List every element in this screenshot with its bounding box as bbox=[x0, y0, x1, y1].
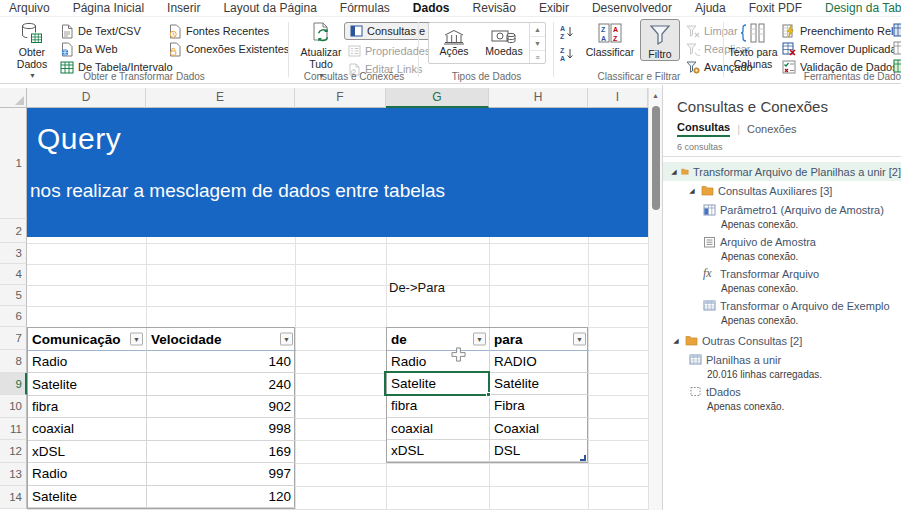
scroll-up-button[interactable]: ▲ bbox=[649, 88, 662, 104]
from-web-button[interactable]: Da Web bbox=[60, 40, 118, 58]
table-cell[interactable]: Radio bbox=[387, 351, 490, 373]
sort-az-button[interactable]: AZ bbox=[559, 23, 575, 41]
query-item[interactable]: Parâmetro1 (Arquivo de Amostra) Apenas c… bbox=[663, 200, 901, 232]
tab-foxit-pdf[interactable]: Foxit PDF bbox=[748, 1, 803, 17]
table-cell[interactable]: coaxial bbox=[28, 418, 147, 440]
table-cell[interactable]: RADIO bbox=[490, 351, 589, 373]
column-header-i[interactable]: I bbox=[588, 88, 648, 108]
tab-revisao[interactable]: Revisão bbox=[472, 1, 517, 17]
table-cell[interactable]: 902 bbox=[147, 396, 296, 418]
table-cell[interactable]: Coaxial bbox=[490, 418, 589, 440]
row-header-12[interactable]: 12 bbox=[0, 440, 27, 463]
table-cell[interactable]: Satélite bbox=[490, 373, 589, 395]
expander-icon[interactable]: ◢ bbox=[687, 187, 697, 195]
table-cell[interactable]: Fibra bbox=[490, 395, 589, 417]
query-item[interactable]: Arquivo de Amostra Apenas conexão. bbox=[663, 232, 901, 264]
table2-header-de[interactable]: de ▼ bbox=[387, 328, 490, 351]
flash-fill-button[interactable]: Preenchimento Relâmpago bbox=[782, 22, 901, 40]
query-item[interactable]: fx Transformar Arquivo Apenas conexão. bbox=[663, 264, 901, 296]
table1-header-comunicacao[interactable]: Comunicação ▼ bbox=[28, 328, 147, 351]
stocks-data-type[interactable]: Ações bbox=[429, 23, 479, 63]
filter-dropdown-icon[interactable]: ▼ bbox=[130, 333, 143, 346]
table-cell[interactable]: 169 bbox=[147, 441, 296, 463]
scrollbar-thumb[interactable] bbox=[652, 106, 660, 210]
filter-dropdown-icon[interactable]: ▼ bbox=[473, 333, 486, 346]
row-header-13[interactable]: 13 bbox=[0, 463, 27, 486]
table-cell[interactable]: 140 bbox=[147, 351, 296, 373]
table-cell[interactable]: 998 bbox=[147, 418, 296, 440]
currencies-data-type[interactable]: Moedas bbox=[479, 23, 529, 63]
tab-pagina-inicial[interactable]: Página Inicial bbox=[72, 1, 145, 17]
table-resize-handle[interactable] bbox=[580, 455, 586, 461]
column-header-h[interactable]: H bbox=[489, 88, 588, 108]
filter-button[interactable]: Filtro bbox=[640, 19, 680, 61]
tab-layout-da-pagina[interactable]: Layout da Página bbox=[222, 1, 317, 17]
table-cell[interactable]: xDSL bbox=[28, 441, 147, 463]
row-header-10[interactable]: 10 bbox=[0, 395, 27, 418]
recent-sources-button[interactable]: Fontes Recentes bbox=[168, 22, 269, 40]
row-header-11[interactable]: 11 bbox=[0, 418, 27, 440]
svg-text:A: A bbox=[601, 35, 606, 42]
tab-design-da-tabela[interactable]: Design da Tabela bbox=[824, 1, 901, 17]
table-cell[interactable]: 120 bbox=[147, 486, 296, 508]
sort-button[interactable]: ZAAZ Classificar bbox=[582, 20, 638, 58]
from-text-csv-button[interactable]: De Text/CSV bbox=[60, 22, 141, 40]
row-header-5[interactable]: 5 bbox=[0, 285, 27, 306]
sort-za-button[interactable]: ZA bbox=[559, 45, 575, 63]
table-cell[interactable]: Radio bbox=[28, 351, 147, 373]
row-header-6[interactable]: 6 bbox=[0, 306, 27, 327]
select-all-corner[interactable] bbox=[0, 88, 27, 108]
column-header-g[interactable]: G bbox=[386, 88, 489, 108]
query-item[interactable]: Transformar o Arquivo de Exemplo Apenas … bbox=[663, 296, 901, 328]
gallery-down-button[interactable]: ▼ bbox=[530, 37, 545, 51]
expander-icon[interactable]: ◢ bbox=[671, 337, 681, 345]
table-cell[interactable]: 997 bbox=[147, 463, 296, 485]
row-header-14[interactable]: 14 bbox=[0, 486, 27, 509]
tab-exibir[interactable]: Exibir bbox=[538, 1, 570, 17]
table-cell[interactable]: Satelite bbox=[28, 486, 147, 508]
existing-connections-button[interactable]: Conexões Existentes bbox=[168, 40, 289, 58]
table-cell[interactable]: Radio bbox=[28, 463, 147, 485]
table-cell[interactable]: fibra bbox=[387, 395, 490, 417]
query-group-item[interactable]: ◢ Transformar Arquivo de Planilhas a uni… bbox=[663, 162, 901, 181]
row-header-3[interactable]: 3 bbox=[0, 243, 27, 264]
query-item[interactable]: Planilhas a unir 20.016 linhas carregada… bbox=[663, 350, 901, 382]
filter-dropdown-icon[interactable]: ▼ bbox=[280, 333, 293, 346]
gallery-up-button[interactable]: ▲ bbox=[530, 23, 545, 37]
query-item[interactable]: tDados Apenas conexão. bbox=[663, 382, 901, 414]
pane-tab-consultas[interactable]: Consultas bbox=[677, 121, 730, 137]
tab-formulas[interactable]: Fórmulas bbox=[339, 1, 391, 17]
column-header-e[interactable]: E bbox=[146, 88, 295, 108]
relationships-icon-cut[interactable] bbox=[893, 41, 901, 55]
row-header-4[interactable]: 4 bbox=[0, 264, 27, 285]
expander-icon[interactable]: ◢ bbox=[671, 168, 677, 176]
remove-duplicates-button[interactable]: Remover Duplicadas bbox=[782, 40, 901, 58]
table-cell[interactable]: 240 bbox=[147, 373, 296, 395]
row-header-7[interactable]: 7 bbox=[0, 327, 27, 350]
table-cell[interactable]: xDSL bbox=[387, 440, 490, 462]
gallery-more-button[interactable]: ≡ bbox=[530, 51, 545, 64]
query-group-item[interactable]: ◢ Outras Consultas [2] bbox=[663, 331, 901, 350]
pane-tab-conexoes[interactable]: Conexões bbox=[747, 123, 797, 137]
column-header-d[interactable]: D bbox=[27, 88, 146, 108]
fill-handle[interactable] bbox=[486, 392, 491, 397]
tab-inserir[interactable]: Inserir bbox=[166, 1, 201, 17]
table2-header-para[interactable]: para ▼ bbox=[490, 328, 589, 351]
table-cell[interactable]: DSL bbox=[490, 440, 589, 462]
row-header-8[interactable]: 8 bbox=[0, 350, 27, 373]
row-header-2[interactable]: 2 bbox=[0, 219, 27, 243]
table-cell[interactable]: Satelite bbox=[28, 373, 147, 395]
table1-header-velocidade[interactable]: Velocidade ▼ bbox=[147, 328, 296, 351]
consolidate-icon-cut[interactable] bbox=[893, 23, 901, 37]
table-cell[interactable]: coaxial bbox=[387, 418, 490, 440]
query-group-item[interactable]: ◢ Consultas Auxiliares [3] bbox=[663, 181, 901, 200]
row-header-1[interactable]: 1 bbox=[0, 108, 27, 219]
tab-desenvolvedor[interactable]: Desenvolvedor bbox=[591, 1, 673, 17]
row-header-9[interactable]: 9 bbox=[0, 373, 27, 395]
column-header-f[interactable]: F bbox=[295, 88, 386, 108]
text-to-columns-button[interactable]: Texto para Colunas bbox=[728, 20, 778, 70]
filter-dropdown-icon[interactable]: ▼ bbox=[573, 333, 586, 346]
table-cell[interactable]: fibra bbox=[28, 396, 147, 418]
tab-arquivo[interactable]: Arquivo bbox=[8, 1, 51, 17]
tab-ajuda[interactable]: Ajuda bbox=[694, 1, 727, 17]
